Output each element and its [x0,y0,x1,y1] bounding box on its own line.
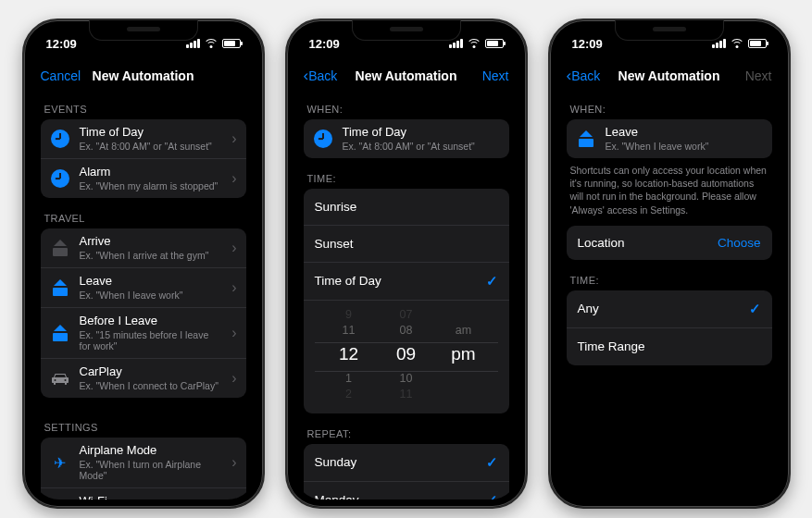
row-before-i-leave[interactable]: Before I Leave Ex. "15 minutes before I … [41,308,246,359]
option-label: Time of Day [315,274,477,289]
scroll-content[interactable]: WHEN: Leave Ex. "When I leave work" Shor… [557,92,781,500]
events-card: Time of Day Ex. "At 8:00 AM" or "At suns… [41,119,246,198]
before-leave-icon [50,323,70,343]
picker-hour[interactable]: 9 11 12 1 2 [331,308,368,401]
option-sunset[interactable]: Sunset [304,226,509,263]
time-header: TIME: [294,162,518,189]
checkmark-icon: ✓ [486,454,498,471]
option-time-range[interactable]: Time Range [567,328,772,365]
phone-2: 12:09 ‹Back New Automation Next WHEN: [285,18,528,509]
location-label: Location [578,236,625,250]
when-card: Time of Day Ex. "At 8:00 AM" or "At suns… [304,119,509,158]
nav-bar: ‹Back New Automation Next [294,59,518,92]
back-button[interactable]: ‹Back [304,68,338,83]
row-subtitle: Ex. "At 8:00 AM" or "At sunset" [80,141,223,152]
location-permission-info: Shortcuts can only access your location … [557,158,781,226]
option-time-of-day[interactable]: Time of Day ✓ [304,263,509,301]
picker-minute[interactable]: 07 08 09 10 11 [388,308,425,401]
next-button-disabled: Next [745,68,772,83]
row-title: Alarm [80,166,223,179]
when-card: Leave Ex. "When I leave work" [567,119,772,158]
scroll-content[interactable]: EVENTS Time of Day Ex. "At 8:00 AM" or "… [31,92,256,500]
nav-title: New Automation [356,68,457,83]
battery-icon [485,39,504,48]
repeat-monday[interactable]: Monday ✓ [304,482,509,500]
row-title: CarPlay [80,365,223,379]
repeat-sunday[interactable]: Sunday ✓ [304,444,509,482]
clock-icon [313,129,333,149]
cancel-button[interactable]: Cancel [41,68,81,83]
chevron-right-icon: › [231,170,236,187]
when-summary: Time of Day Ex. "At 8:00 AM" or "At suns… [304,119,509,158]
home-icon [576,129,596,149]
status-time: 12:09 [572,37,603,51]
row-airplane[interactable]: ✈ Airplane Mode Ex. "When I turn on Airp… [41,438,246,488]
row-alarm[interactable]: Alarm Ex. "When my alarm is stopped" › [41,159,246,198]
section-header-events: EVENTS [31,92,256,119]
row-title: Time of Day [80,126,223,140]
arrive-icon [50,238,70,258]
nav-bar: ‹Back New Automation Next [557,59,781,92]
checkmark-icon: ✓ [749,301,761,317]
row-title: Time of Day [343,126,500,140]
phone-3: 12:09 ‹Back New Automation Next WHEN: [548,18,791,509]
nav-title: New Automation [618,68,720,83]
when-header: WHEN: [557,92,781,119]
chevron-right-icon: › [231,370,236,387]
row-wifi[interactable]: Wi-Fi Ex. "When I connect to home Wi-Fi"… [41,488,246,500]
row-carplay[interactable]: CarPlay Ex. "When I connect to CarPlay" … [41,359,246,398]
time-header: TIME: [557,264,781,290]
status-time: 12:09 [46,37,77,51]
repeat-card: Sunday ✓ Monday ✓ Tuesday ✓ [304,444,509,500]
back-label: Back [571,68,600,83]
notch [352,20,461,41]
row-title: Leave [80,275,223,289]
checkmark-icon: ✓ [486,273,498,290]
back-button[interactable]: ‹Back [567,68,601,83]
repeat-header: REPEAT: [294,417,518,444]
notch [615,20,724,41]
row-subtitle: Ex. "When I leave work" [606,141,763,152]
row-arrive[interactable]: Arrive Ex. "When I arrive at the gym" › [41,228,246,268]
phone-1: 12:09 Cancel New Automation EVENTS [22,18,265,509]
row-subtitle: Ex. "When I arrive at the gym" [80,250,223,261]
scroll-content[interactable]: WHEN: Time of Day Ex. "At 8:00 AM" or "A… [294,92,518,500]
settings-card: ✈ Airplane Mode Ex. "When I turn on Airp… [41,438,246,500]
option-sunrise[interactable]: Sunrise [304,189,509,226]
row-leave[interactable]: Leave Ex. "When I leave work" › [41,268,246,308]
location-card: Location Choose [567,226,772,260]
row-subtitle: Ex. "15 minutes before I leave for work" [80,329,223,352]
section-header-settings: SETTINGS [31,411,256,438]
notch [89,20,198,41]
row-title: Before I Leave [80,314,223,328]
battery-icon [748,39,767,48]
choose-button[interactable]: Choose [718,236,761,250]
leave-icon [50,278,70,298]
picker-ampm[interactable]: am pm [445,308,482,401]
chevron-right-icon: › [231,454,236,471]
clock-icon [50,168,70,189]
car-icon [50,368,70,388]
option-any[interactable]: Any ✓ [567,290,772,328]
row-subtitle: Ex. "When I leave work" [80,290,223,301]
row-subtitle: Ex. "At 8:00 AM" or "At sunset" [343,141,500,152]
airplane-icon: ✈ [50,452,70,473]
chevron-right-icon: › [231,325,236,341]
option-label: Monday [315,493,477,500]
wifi-icon [468,39,481,48]
row-title: Wi-Fi [80,495,223,500]
chevron-right-icon: › [231,130,236,147]
time-picker[interactable]: 9 11 12 1 2 07 08 09 10 11 [304,301,509,413]
option-label: Any [578,302,740,316]
option-label: Sunday [315,455,477,470]
row-title: Arrive [80,235,223,249]
clock-icon [50,129,70,149]
location-row[interactable]: Location Choose [567,226,772,260]
wifi-icon [205,39,218,48]
row-time-of-day[interactable]: Time of Day Ex. "At 8:00 AM" or "At suns… [41,119,246,159]
checkmark-icon: ✓ [486,492,498,500]
row-title: Leave [606,126,763,140]
option-label: Sunrise [315,200,357,215]
nav-bar: Cancel New Automation [31,59,256,92]
next-button[interactable]: Next [482,68,509,83]
